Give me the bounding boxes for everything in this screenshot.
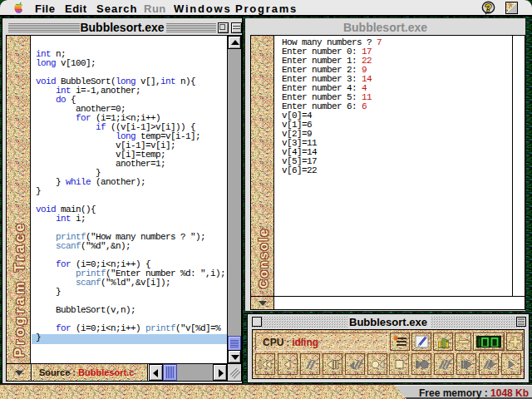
- svg-text:?: ?: [485, 2, 492, 14]
